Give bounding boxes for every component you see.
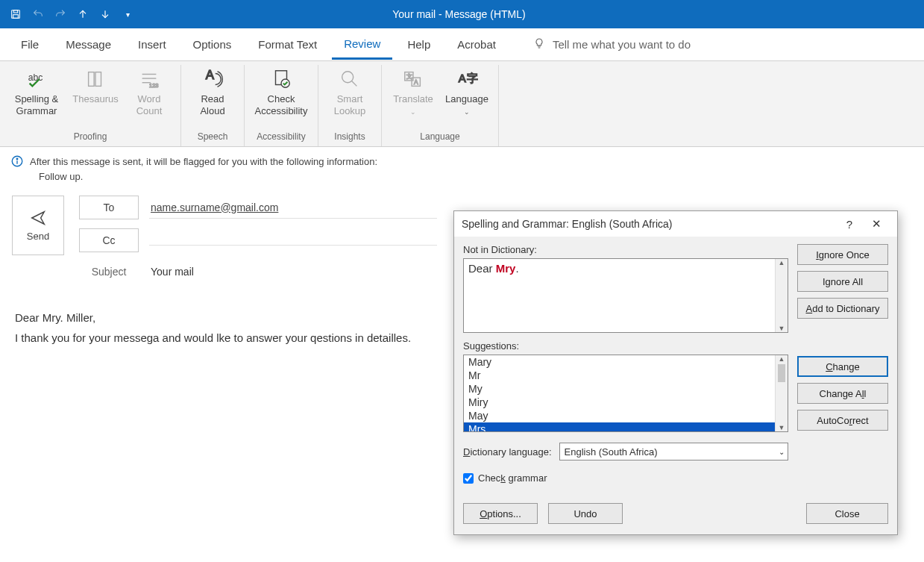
svg-text:文: 文 xyxy=(406,72,412,80)
suggestions-list[interactable]: Mary Mr My Miry May Mrs ▲▼ xyxy=(463,355,788,432)
suggestion-item[interactable]: May xyxy=(464,409,788,422)
svg-rect-2 xyxy=(13,15,19,19)
spelling-grammar-button[interactable]: abc Spelling & Grammar xyxy=(4,65,69,128)
suggestion-item[interactable]: Mr xyxy=(464,369,788,382)
tab-help[interactable]: Help xyxy=(395,31,442,58)
help-button[interactable]: ? xyxy=(836,218,863,231)
ignore-once-button[interactable]: Ignore Once xyxy=(797,244,888,265)
translate-button[interactable]: 文A Translate ⌄ xyxy=(386,65,440,128)
add-to-dictionary-button[interactable]: Add to Dictionary xyxy=(797,298,888,319)
svg-text:A: A xyxy=(206,68,215,82)
dict-lang-label: Dictionary language: xyxy=(463,446,552,458)
arrow-down-icon[interactable] xyxy=(98,7,112,21)
subject-field[interactable]: Your mail xyxy=(149,261,437,282)
undo-button[interactable]: Undo xyxy=(548,503,623,524)
notin-post: . xyxy=(515,262,518,275)
svg-rect-1 xyxy=(13,10,17,13)
spelling-label: Spelling & Grammar xyxy=(15,93,59,118)
check-accessibility-button[interactable]: Check Accessibility xyxy=(249,65,313,128)
scrollbar[interactable]: ▲▼ xyxy=(775,355,788,431)
subject-label: Subject xyxy=(79,266,139,278)
check-grammar-label: Check grammar xyxy=(478,472,547,484)
window-title: Your mail - Message (HTML) xyxy=(134,8,784,20)
info-icon xyxy=(10,154,24,170)
chevron-down-icon: ⌄ xyxy=(779,448,785,456)
dialog-titlebar: Spelling and Grammar: English (South Afr… xyxy=(454,211,897,237)
read-aloud-button[interactable]: A Read Aloud xyxy=(186,65,239,128)
svg-text:A: A xyxy=(459,72,466,84)
quick-access-toolbar: ▾ xyxy=(9,7,134,21)
options-button[interactable]: Options... xyxy=(463,503,538,524)
autocorrect-button[interactable]: AutoCorrect xyxy=(797,410,888,431)
svg-text:abc: abc xyxy=(28,72,43,83)
group-proofing: Proofing xyxy=(74,128,107,145)
chevron-down-icon: ⌄ xyxy=(464,108,470,116)
chevron-down-icon: ⌄ xyxy=(410,108,416,116)
thesaurus-button[interactable]: Thesaurus xyxy=(69,65,122,128)
svg-line-14 xyxy=(352,81,357,87)
group-accessibility: Accessibility xyxy=(257,128,305,145)
svg-point-13 xyxy=(342,72,353,83)
suggestions-label: Suggestions: xyxy=(463,340,788,352)
tab-format-text[interactable]: Format Text xyxy=(246,31,329,58)
tab-message[interactable]: Message xyxy=(54,31,123,58)
word-count-button[interactable]: 123 Word Count xyxy=(122,65,176,128)
title-bar: ▾ Your mail - Message (HTML) xyxy=(0,0,924,28)
tell-me-label: Tell me what you want to do xyxy=(553,38,691,51)
language-button[interactable]: A字 Language ⌄ xyxy=(440,65,494,128)
tab-file[interactable]: File xyxy=(9,31,51,58)
smart-lookup-button[interactable]: Smart Lookup xyxy=(323,65,377,128)
send-label: Send xyxy=(27,231,49,242)
arrow-up-icon[interactable] xyxy=(76,7,89,21)
info-line2: Follow up. xyxy=(30,169,377,184)
info-line1: After this message is sent, it will be f… xyxy=(30,154,377,169)
not-in-dictionary-box[interactable]: Dear Mry. ▲▼ xyxy=(463,258,788,333)
language-label: Language xyxy=(445,93,488,105)
close-button[interactable]: Close xyxy=(806,503,888,524)
ribbon-tabs: File Message Insert Options Format Text … xyxy=(0,28,924,61)
group-speech: Speech xyxy=(198,128,228,145)
tab-acrobat[interactable]: Acrobat xyxy=(445,31,508,58)
change-button[interactable]: Change xyxy=(797,356,888,377)
read-aloud-label: Read Aloud xyxy=(200,93,224,118)
close-icon[interactable]: ✕ xyxy=(863,217,890,231)
suggestion-item[interactable]: Mary xyxy=(464,355,788,369)
dialog-title: Spelling and Grammar: English (South Afr… xyxy=(462,218,836,230)
smart-lookup-label: Smart Lookup xyxy=(334,93,366,118)
group-insights: Insights xyxy=(334,128,365,145)
tab-review[interactable]: Review xyxy=(332,30,392,60)
scrollbar[interactable]: ▲▼ xyxy=(775,259,788,332)
send-button[interactable]: Send xyxy=(12,196,64,255)
to-field[interactable]: name.surname@gmail.com xyxy=(149,197,437,219)
save-icon[interactable] xyxy=(9,7,22,21)
word-count-label: Word Count xyxy=(136,93,163,118)
suggestion-item[interactable]: Miry xyxy=(464,396,788,409)
tab-options[interactable]: Options xyxy=(181,31,244,58)
ignore-all-button[interactable]: Ignore All xyxy=(797,271,888,292)
not-in-dictionary-label: Not in Dictionary: xyxy=(463,244,788,255)
cc-field[interactable] xyxy=(149,236,437,246)
info-bar: After this message is sent, it will be f… xyxy=(0,147,924,188)
check-grammar-checkbox[interactable] xyxy=(463,473,474,484)
to-button[interactable]: To xyxy=(79,196,139,219)
svg-text:A: A xyxy=(414,78,418,86)
dict-lang-value: English (South Africa) xyxy=(565,446,658,458)
tell-me-search[interactable]: Tell me what you want to do xyxy=(533,37,691,51)
spelling-dialog: Spelling and Grammar: English (South Afr… xyxy=(453,210,898,535)
customize-qat-icon[interactable]: ▾ xyxy=(121,7,134,21)
notin-pre: Dear xyxy=(468,262,496,275)
ribbon-content: abc Spelling & Grammar Thesaurus 123 Wor… xyxy=(0,61,924,147)
change-all-button[interactable]: Change All xyxy=(797,383,888,404)
svg-rect-4 xyxy=(89,72,95,87)
redo-icon[interactable] xyxy=(54,7,67,21)
cc-button[interactable]: Cc xyxy=(79,228,139,252)
lightbulb-icon xyxy=(533,37,545,51)
tab-insert[interactable]: Insert xyxy=(126,31,178,58)
svg-point-23 xyxy=(16,158,18,160)
dict-language-select[interactable]: English (South Africa) ⌄ xyxy=(559,443,788,460)
group-language: Language xyxy=(420,128,459,145)
to-value: name.surname@gmail.com xyxy=(151,202,278,213)
undo-icon[interactable] xyxy=(31,7,45,21)
suggestion-item[interactable]: My xyxy=(464,382,788,396)
suggestion-item-selected[interactable]: Mrs xyxy=(464,422,788,432)
